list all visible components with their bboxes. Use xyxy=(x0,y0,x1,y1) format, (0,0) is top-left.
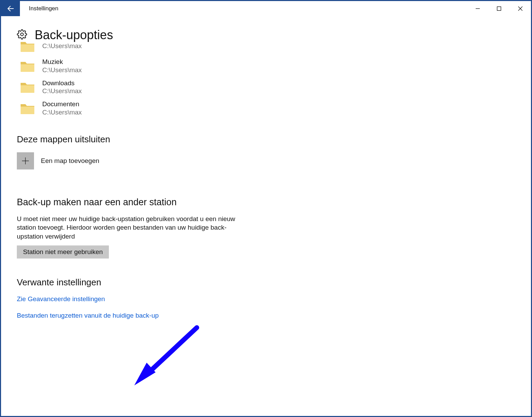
maximize-icon xyxy=(497,6,501,11)
folder-path: C:\Users\max xyxy=(42,108,82,117)
stop-using-drive-button[interactable]: Station niet meer gebruiken xyxy=(17,245,109,259)
close-icon xyxy=(518,6,523,11)
annotation-arrow-icon xyxy=(128,324,204,393)
folder-name: Downloads xyxy=(42,79,82,87)
content-area: Back-upopties C:\Users\max Muziek C:\ xyxy=(1,16,531,319)
add-folder-button[interactable]: Een map toevoegen xyxy=(17,152,515,169)
advanced-settings-link[interactable]: Zie Geavanceerde instellingen xyxy=(17,295,515,303)
back-button[interactable] xyxy=(1,1,20,16)
svg-point-5 xyxy=(21,33,23,36)
folder-icon xyxy=(19,59,36,73)
folder-path: C:\Users\max xyxy=(42,42,82,50)
drive-heading: Back-up maken naar een ander station xyxy=(17,197,515,208)
page-title: Back-upopties xyxy=(35,28,113,42)
svg-rect-2 xyxy=(497,7,501,11)
folder-list: C:\Users\max Muziek C:\Users\max Downloa… xyxy=(17,37,515,119)
folder-path: C:\Users\max xyxy=(42,66,82,74)
folder-name: Muziek xyxy=(42,58,82,66)
folder-icon xyxy=(19,101,36,115)
plus-icon xyxy=(17,152,34,169)
window-frame: Instellingen Back-upopties xyxy=(0,0,532,417)
close-button[interactable] xyxy=(510,1,531,16)
list-item[interactable]: Muziek C:\Users\max xyxy=(19,55,515,77)
drive-description: U moet niet meer uw huidige back-upstati… xyxy=(17,215,250,241)
minimize-icon xyxy=(475,6,480,11)
folder-name: Documenten xyxy=(42,100,82,108)
minimize-button[interactable] xyxy=(467,1,488,16)
add-folder-label: Een map toevoegen xyxy=(41,157,99,165)
related-heading: Verwante instellingen xyxy=(17,277,515,288)
folder-icon xyxy=(19,39,36,53)
folder-path: C:\Users\max xyxy=(42,87,82,95)
list-item[interactable]: Documenten C:\Users\max xyxy=(19,98,515,119)
svg-line-8 xyxy=(145,328,197,376)
window-controls xyxy=(467,1,531,16)
list-item[interactable]: Downloads C:\Users\max xyxy=(19,77,515,98)
arrow-left-icon xyxy=(7,4,15,13)
window-title: Instellingen xyxy=(20,1,58,16)
restore-files-link[interactable]: Bestanden terugzetten vanuit de huidige … xyxy=(17,312,515,319)
titlebar: Instellingen xyxy=(1,1,531,16)
exclude-heading: Deze mappen uitsluiten xyxy=(17,134,515,145)
maximize-button[interactable] xyxy=(488,1,510,16)
folder-icon xyxy=(19,80,36,94)
